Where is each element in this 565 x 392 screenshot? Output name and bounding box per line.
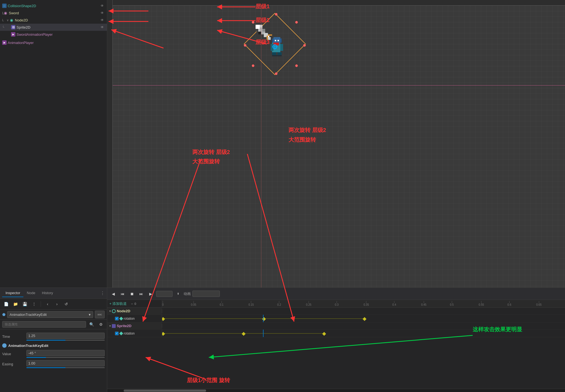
pink-h-line — [113, 85, 565, 85]
node2d-track-icon — [112, 309, 116, 313]
handle-bottom[interactable] — [275, 72, 278, 75]
handle-right[interactable] — [303, 44, 306, 47]
open-btn[interactable]: 📁 — [12, 300, 19, 308]
tree-item-animplayer[interactable]: ▶ AnimationPlayer — [0, 39, 107, 46]
tree-item-node2d[interactable]: L ∨ ◉ Node2D 👁 — [0, 16, 107, 24]
keyframe-sprite2d-2[interactable] — [322, 332, 326, 336]
time-marker-0.3: 0.3 — [335, 301, 339, 306]
prop-value-container: -45 ° — [26, 350, 105, 358]
viewport[interactable]: 层级1 层级2 层级3 两次旋转 层级2 大范围旋转 — [107, 0, 565, 288]
playhead-sprite2d — [263, 330, 264, 337]
handle-left[interactable] — [244, 44, 247, 47]
anim-name-input[interactable]: Attack — [192, 291, 220, 297]
new-scene-btn[interactable]: 📄 — [2, 300, 10, 308]
svg-rect-22 — [276, 43, 279, 45]
visibility-icon-sprite2d[interactable]: 👁 — [100, 25, 105, 30]
value-slider[interactable] — [26, 357, 105, 358]
node2d-icon: ◉ — [9, 18, 14, 22]
tab-inspector[interactable]: Inspector — [2, 289, 23, 297]
prop-easing-label: Easing — [2, 362, 24, 366]
prop-easing-value[interactable]: 1.00 — [26, 360, 105, 366]
track-timeline-node2d-rotation — [162, 315, 565, 322]
forward-btn[interactable]: › — [53, 300, 61, 308]
history-btn[interactable]: ↺ — [62, 300, 70, 308]
anim-play-btn[interactable]: ▶ — [147, 290, 154, 298]
inspector-tabs: Inspector Node History ⋮ — [0, 288, 107, 299]
timeline-offset: ↔ 0 — [131, 302, 136, 305]
animplayer-icon: ▶ — [2, 40, 7, 45]
time-spin-up[interactable]: ⬆ — [174, 290, 182, 298]
inspector-dropdown: ⬟ AnimationTrackKeyEdit ▾ DOC — [0, 310, 107, 320]
anim-step-back-btn[interactable]: ⏮ — [119, 290, 126, 298]
ruler-left — [107, 0, 113, 288]
anim-time-input[interactable]: 1.25 — [156, 291, 173, 297]
svg-rect-15 — [280, 44, 283, 51]
time-marker-0.15: 0.15 — [248, 301, 254, 306]
chevron-node2d: ▾ — [109, 310, 111, 313]
track-label-header: + 添加轨道 ↔ 0 — [107, 300, 162, 307]
handle-top[interactable] — [275, 13, 278, 16]
prop-value-row: Value -45 ° — [2, 349, 105, 359]
more-options-btn[interactable]: ⋮ — [30, 300, 38, 308]
visibility-icon-sword[interactable]: 👁 — [100, 10, 105, 15]
time-marker-0.45: 0.45 — [421, 301, 426, 306]
inspector-panel: Inspector Node History ⋮ 📄 📁 💾 ⋮ ‹ › ↺ ⬟… — [0, 288, 107, 392]
search-icon-btn[interactable]: 🔍 — [88, 321, 95, 328]
prop-time-value[interactable]: 1.25 — [26, 333, 105, 339]
anim-rewind-btn[interactable]: ◀ — [109, 290, 117, 298]
chevron-sprite2d: ▾ — [109, 324, 111, 327]
tree-item-collision[interactable]: □ CollisionShape2D 👁 — [0, 2, 107, 9]
anim-toolbar: ◀ ⏮ ⏹ ⏭ ▶ 1.25 ⬆ 动画 Attack — [107, 288, 565, 300]
filter-input[interactable] — [2, 321, 86, 328]
tab-menu-icon[interactable]: ⋮ — [100, 291, 105, 296]
anim-scrollbar[interactable] — [107, 389, 565, 392]
scrollbar-thumb[interactable] — [124, 390, 206, 392]
tree-item-sword[interactable]: L ◉ Sword 👁 — [0, 9, 107, 16]
keyframe-sprite2d-0[interactable] — [162, 332, 165, 336]
svg-rect-24 — [278, 52, 282, 55]
track-group-node2d[interactable]: ▾ Node2D — [107, 308, 565, 315]
tree-item-swordanim[interactable]: ▶ SwordAnimationPlayer — [0, 31, 107, 38]
easing-slider[interactable] — [26, 367, 105, 368]
visibility-icon-node2d[interactable]: 👁 — [100, 18, 105, 23]
keyframe-node2d-0[interactable] — [162, 317, 165, 321]
track-group-sprite2d[interactable]: ▾ Sprite2D — [107, 322, 565, 330]
back-btn[interactable]: ‹ — [44, 300, 51, 308]
anim-step-fwd-btn[interactable]: ⏭ — [137, 290, 145, 298]
doc-btn[interactable]: DOC — [95, 311, 105, 318]
add-track-btn[interactable]: + 添加轨道 — [109, 301, 127, 306]
crosshair-vertical — [261, 5, 261, 288]
svg-rect-18 — [280, 38, 282, 43]
keyframe-sprite2d-1[interactable] — [242, 332, 246, 336]
tab-history[interactable]: History — [39, 289, 56, 297]
track-check-sprite2d-rotation[interactable]: ✓ — [115, 332, 119, 335]
filter-options-btn[interactable]: ⚙ — [97, 321, 105, 328]
visibility-icon-collision[interactable]: 👁 — [100, 3, 105, 8]
svg-rect-9 — [256, 29, 258, 32]
time-marker-0.4: 0.4 — [392, 301, 396, 306]
prop-header-text: AnimationTrackKeyEdit — [8, 344, 48, 348]
svg-rect-10 — [258, 32, 261, 34]
toolbar-sep — [41, 301, 41, 307]
anim-stop-btn[interactable]: ⏹ — [128, 290, 136, 298]
scene-tree-panel: □ CollisionShape2D 👁 L ◉ Sword 👁 L ∨ ◉ N… — [0, 0, 107, 288]
tree-item-sprite2d[interactable]: └ 🖼 Sprite2D 👁 — [0, 24, 107, 31]
save-btn[interactable]: 💾 — [21, 300, 29, 308]
node-type-icon: ⬟ — [2, 312, 5, 317]
prop-value-value[interactable]: -45 ° — [26, 350, 105, 356]
character-wrapper — [245, 14, 305, 74]
swordanim-icon: ▶ — [11, 32, 15, 37]
sprite2d-name: Sprite2D — [16, 25, 100, 29]
ruler-top — [107, 0, 565, 5]
time-marker-0.2: 0.2 — [277, 301, 281, 306]
animplayer-name: AnimationPlayer — [8, 41, 105, 45]
track-diamond-sprite2d — [119, 331, 123, 335]
keyframe-node2d-2[interactable] — [362, 317, 366, 321]
keyframe-node2d-1[interactable] — [262, 317, 266, 321]
track-check-node2d-rotation[interactable]: ✓ — [115, 317, 119, 321]
timeline-area: + 添加轨道 ↔ 0 00.050.10.150.20.250.30.350.4… — [107, 300, 565, 389]
tab-node[interactable]: Node — [23, 289, 38, 297]
track-timeline-sprite2d-rotation — [162, 330, 565, 337]
class-dropdown[interactable]: AnimationTrackKeyEdit ▾ — [7, 311, 93, 318]
time-slider[interactable] — [26, 340, 105, 341]
